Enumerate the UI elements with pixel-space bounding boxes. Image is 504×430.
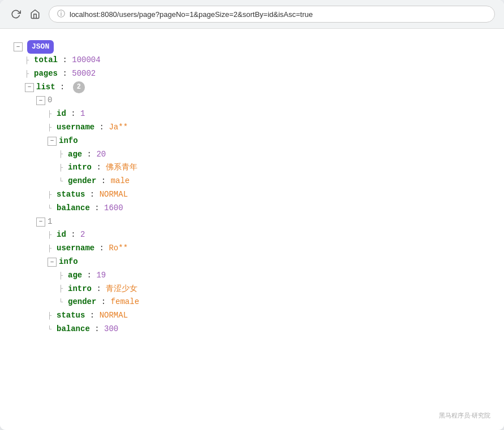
item-1-info-key: info bbox=[59, 255, 78, 269]
list-row: − list : 2 bbox=[14, 81, 490, 94]
item-1-balance-key: balance bbox=[57, 323, 90, 336]
item-0-id-row: ├ id : 1 bbox=[36, 107, 490, 121]
item-0-balance-value: 1600 bbox=[104, 202, 123, 215]
item-1-balance-value: 300 bbox=[104, 323, 118, 336]
item-0-id-value: 1 bbox=[80, 107, 85, 121]
item-1-id-key: id bbox=[57, 228, 66, 242]
item-1-id-row: ├ id : 2 bbox=[36, 228, 490, 242]
item-1-age-row: ├ age : 19 bbox=[48, 269, 490, 283]
total-row: ├ total : 100004 bbox=[14, 54, 490, 67]
item-0-balance-key: balance bbox=[57, 202, 90, 215]
item-0-intro-value: 佛系青年 bbox=[106, 161, 137, 175]
pages-key: pages bbox=[34, 67, 58, 81]
pages-value: 50002 bbox=[72, 67, 96, 81]
item-0-info-toggle[interactable]: − bbox=[48, 137, 57, 146]
item-0-info-row: − info bbox=[48, 134, 490, 148]
json-tree: − JSON ├ total : 100004 ├ pages : 50002 … bbox=[14, 40, 490, 336]
browser-window: ⓘ localhost:8080/users/page?pageNo=1&pag… bbox=[0, 0, 504, 430]
item-1-intro-value: 青涩少女 bbox=[106, 283, 137, 296]
item-0-info: − info ├ age : 20 ├ intro : bbox=[36, 134, 490, 188]
reload-button[interactable] bbox=[9, 7, 23, 21]
root-toggle[interactable]: − bbox=[14, 42, 23, 51]
item-0-gender-value: male bbox=[111, 175, 130, 188]
pages-row: ├ pages : 50002 bbox=[14, 67, 490, 81]
item-0-id-key: id bbox=[57, 107, 66, 121]
item-1-intro-key: intro bbox=[68, 283, 92, 296]
item-1-index-row: − 1 bbox=[36, 215, 490, 229]
item-0-intro-key: intro bbox=[68, 161, 92, 175]
item-0-age-key: age bbox=[68, 148, 82, 162]
item-0-age-row: ├ age : 20 bbox=[48, 148, 490, 162]
item-0-status-key: status bbox=[57, 188, 85, 202]
list-count: 2 bbox=[73, 81, 85, 93]
item-0-index-row: − 0 bbox=[36, 94, 490, 107]
item-1-username-row: ├ username : Ro** bbox=[36, 242, 490, 255]
root-row: − JSON bbox=[14, 40, 490, 54]
item-0: − 0 ├ id : 1 ├ username : Ja** bbox=[14, 94, 490, 215]
connector: ├ bbox=[25, 55, 34, 66]
item-1-gender-value: female bbox=[111, 296, 139, 309]
item-1-toggle[interactable]: − bbox=[36, 218, 45, 227]
item-0-status-value: NORMAL bbox=[100, 188, 128, 202]
item-0-intro-row: ├ intro : 佛系青年 bbox=[48, 161, 490, 175]
item-0-status-row: ├ status : NORMAL bbox=[36, 188, 490, 202]
item-1-age-key: age bbox=[68, 269, 82, 283]
item-1-intro-row: ├ intro : 青涩少女 bbox=[48, 283, 490, 296]
total-value: 100004 bbox=[72, 54, 100, 67]
nav-buttons bbox=[9, 7, 42, 21]
item-1-id-value: 2 bbox=[80, 228, 85, 242]
item-0-gender-key: gender bbox=[68, 175, 96, 188]
item-1-index: 1 bbox=[48, 215, 52, 229]
url-text: localhost:8080/users/page?pageNo=1&pageS… bbox=[70, 10, 313, 19]
item-0-toggle[interactable]: − bbox=[36, 96, 45, 105]
item-1-status-key: status bbox=[57, 309, 85, 323]
list-key: list bbox=[36, 81, 55, 94]
browser-content: − JSON ├ total : 100004 ├ pages : 50002 … bbox=[0, 29, 504, 430]
item-0-username-value: Ja** bbox=[109, 121, 128, 134]
item-1-status-value: NORMAL bbox=[100, 309, 128, 323]
watermark: 黑马程序员·研究院 bbox=[439, 411, 490, 420]
address-bar[interactable]: ⓘ localhost:8080/users/page?pageNo=1&pag… bbox=[49, 6, 495, 23]
item-1-gender-key: gender bbox=[68, 296, 96, 309]
item-0-username-row: ├ username : Ja** bbox=[36, 121, 490, 134]
item-1-info: − info ├ age : 19 ├ intro : bbox=[36, 255, 490, 309]
item-1-status-row: ├ status : NORMAL bbox=[36, 309, 490, 323]
total-key: total bbox=[34, 54, 58, 67]
item-1: − 1 ├ id : 2 ├ username : Ro** bbox=[14, 215, 490, 336]
home-button[interactable] bbox=[28, 7, 42, 21]
item-1-info-row: − info bbox=[48, 255, 490, 269]
item-1-info-toggle[interactable]: − bbox=[48, 258, 57, 267]
item-0-gender-row: └ gender : male bbox=[48, 175, 490, 188]
json-badge: JSON bbox=[27, 40, 54, 54]
item-1-gender-row: └ gender : female bbox=[48, 296, 490, 309]
item-1-username-key: username bbox=[57, 242, 94, 255]
item-1-balance-row: └ balance : 300 bbox=[36, 323, 490, 336]
item-0-info-key: info bbox=[59, 134, 78, 148]
browser-toolbar: ⓘ localhost:8080/users/page?pageNo=1&pag… bbox=[0, 0, 504, 29]
connector: ├ bbox=[25, 68, 34, 80]
item-0-index: 0 bbox=[48, 94, 52, 107]
info-icon: ⓘ bbox=[57, 9, 65, 19]
item-0-balance-row: └ balance : 1600 bbox=[36, 202, 490, 215]
item-0-username-key: username bbox=[57, 121, 94, 134]
item-1-username-value: Ro** bbox=[109, 242, 128, 255]
item-0-age-value: 20 bbox=[96, 148, 106, 162]
item-1-age-value: 19 bbox=[96, 269, 106, 283]
list-toggle[interactable]: − bbox=[25, 83, 34, 92]
